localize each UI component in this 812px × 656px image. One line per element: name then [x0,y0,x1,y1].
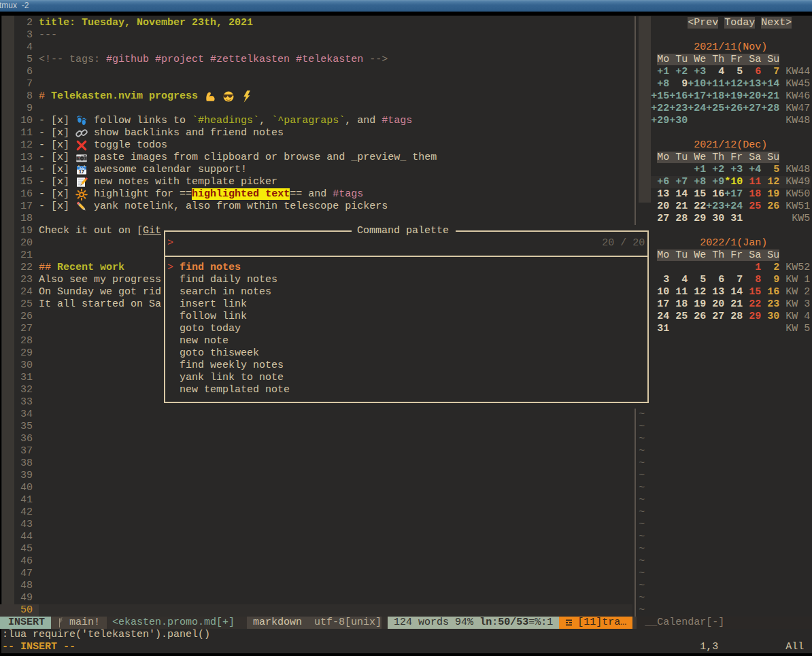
svg-text:17: 17 [79,169,84,175]
